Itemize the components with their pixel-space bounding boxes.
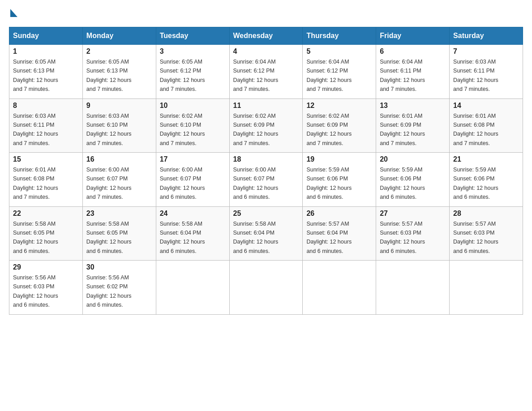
calendar-cell: 27 Sunrise: 5:57 AMSunset: 6:03 PMDaylig…: [376, 206, 450, 261]
day-info: Sunrise: 6:04 AMSunset: 6:12 PMDaylight:…: [233, 59, 279, 92]
weekday-header-monday: Monday: [82, 27, 156, 45]
day-number: 3: [160, 47, 226, 56]
logo: [9, 9, 17, 18]
day-info: Sunrise: 6:03 AMSunset: 6:10 PMDaylight:…: [86, 113, 132, 146]
day-number: 30: [86, 263, 152, 271]
day-number: 28: [453, 210, 519, 218]
calendar-week-row: 29 Sunrise: 5:56 AMSunset: 6:03 PMDaylig…: [9, 261, 523, 315]
day-info: Sunrise: 5:58 AMSunset: 6:05 PMDaylight:…: [86, 221, 132, 254]
calendar-cell: 18 Sunrise: 6:00 AMSunset: 6:07 PMDaylig…: [229, 153, 303, 207]
day-info: Sunrise: 6:03 AMSunset: 6:11 PMDaylight:…: [13, 113, 58, 146]
calendar-cell: [303, 261, 376, 315]
day-info: Sunrise: 6:03 AMSunset: 6:11 PMDaylight:…: [453, 59, 498, 92]
weekday-header-wednesday: Wednesday: [229, 27, 303, 45]
calendar-cell: 8 Sunrise: 6:03 AMSunset: 6:11 PMDayligh…: [9, 98, 83, 153]
logo-triangle-icon: [10, 9, 17, 17]
calendar-cell: 5 Sunrise: 6:04 AMSunset: 6:12 PMDayligh…: [303, 45, 376, 99]
calendar-week-row: 15 Sunrise: 6:01 AMSunset: 6:08 PMDaylig…: [9, 153, 523, 207]
day-number: 15: [13, 155, 79, 163]
day-info: Sunrise: 6:00 AMSunset: 6:07 PMDaylight:…: [86, 167, 132, 200]
day-info: Sunrise: 6:00 AMSunset: 6:07 PMDaylight:…: [233, 167, 279, 200]
day-number: 27: [380, 210, 446, 218]
calendar-cell: 2 Sunrise: 6:05 AMSunset: 6:13 PMDayligh…: [82, 45, 156, 99]
day-info: Sunrise: 5:56 AMSunset: 6:03 PMDaylight:…: [13, 274, 58, 308]
weekday-header-saturday: Saturday: [450, 27, 523, 45]
day-info: Sunrise: 6:00 AMSunset: 6:07 PMDaylight:…: [160, 167, 205, 200]
calendar-cell: 9 Sunrise: 6:03 AMSunset: 6:10 PMDayligh…: [82, 98, 156, 153]
calendar-week-row: 22 Sunrise: 5:58 AMSunset: 6:05 PMDaylig…: [9, 206, 523, 261]
calendar-cell: 29 Sunrise: 5:56 AMSunset: 6:03 PMDaylig…: [9, 261, 83, 315]
day-number: 8: [13, 102, 79, 110]
calendar-cell: 10 Sunrise: 6:02 AMSunset: 6:10 PMDaylig…: [156, 98, 229, 153]
day-info: Sunrise: 6:01 AMSunset: 6:09 PMDaylight:…: [380, 113, 425, 146]
day-info: Sunrise: 5:59 AMSunset: 6:06 PMDaylight:…: [453, 167, 498, 200]
calendar-cell: [229, 261, 303, 315]
weekday-header-friday: Friday: [376, 27, 450, 45]
calendar-cell: 17 Sunrise: 6:00 AMSunset: 6:07 PMDaylig…: [156, 153, 229, 207]
day-number: 21: [453, 155, 519, 163]
day-number: 14: [453, 102, 519, 110]
day-number: 24: [160, 210, 226, 218]
calendar-cell: 11 Sunrise: 6:02 AMSunset: 6:09 PMDaylig…: [229, 98, 303, 153]
day-info: Sunrise: 5:58 AMSunset: 6:04 PMDaylight:…: [233, 221, 279, 254]
day-number: 22: [13, 210, 79, 218]
calendar-cell: [156, 261, 229, 315]
day-info: Sunrise: 6:05 AMSunset: 6:13 PMDaylight:…: [13, 59, 58, 92]
calendar-cell: 1 Sunrise: 6:05 AMSunset: 6:13 PMDayligh…: [9, 45, 83, 99]
calendar-week-row: 8 Sunrise: 6:03 AMSunset: 6:11 PMDayligh…: [9, 98, 523, 153]
day-info: Sunrise: 5:57 AMSunset: 6:04 PMDaylight:…: [306, 221, 352, 254]
calendar-week-row: 1 Sunrise: 6:05 AMSunset: 6:13 PMDayligh…: [9, 45, 523, 99]
day-info: Sunrise: 5:59 AMSunset: 6:06 PMDaylight:…: [380, 167, 425, 200]
day-number: 13: [380, 102, 446, 110]
calendar-cell: [376, 261, 450, 315]
day-number: 19: [306, 155, 372, 163]
day-number: 9: [86, 102, 152, 110]
day-info: Sunrise: 6:02 AMSunset: 6:10 PMDaylight:…: [160, 113, 205, 146]
calendar-cell: 21 Sunrise: 5:59 AMSunset: 6:06 PMDaylig…: [450, 153, 523, 207]
calendar-cell: 7 Sunrise: 6:03 AMSunset: 6:11 PMDayligh…: [450, 45, 523, 99]
calendar-cell: 26 Sunrise: 5:57 AMSunset: 6:04 PMDaylig…: [303, 206, 376, 261]
calendar-cell: 16 Sunrise: 6:00 AMSunset: 6:07 PMDaylig…: [82, 153, 156, 207]
calendar-cell: 14 Sunrise: 6:01 AMSunset: 6:08 PMDaylig…: [450, 98, 523, 153]
calendar-cell: 20 Sunrise: 5:59 AMSunset: 6:06 PMDaylig…: [376, 153, 450, 207]
calendar-cell: 25 Sunrise: 5:58 AMSunset: 6:04 PMDaylig…: [229, 206, 303, 261]
weekday-header-tuesday: Tuesday: [156, 27, 229, 45]
day-info: Sunrise: 6:01 AMSunset: 6:08 PMDaylight:…: [13, 167, 58, 200]
day-info: Sunrise: 5:57 AMSunset: 6:03 PMDaylight:…: [453, 221, 498, 254]
day-info: Sunrise: 5:56 AMSunset: 6:02 PMDaylight:…: [86, 274, 132, 308]
day-number: 18: [233, 155, 299, 163]
day-number: 11: [233, 102, 299, 110]
calendar-cell: 30 Sunrise: 5:56 AMSunset: 6:02 PMDaylig…: [82, 261, 156, 315]
day-number: 17: [160, 155, 226, 163]
calendar-table: SundayMondayTuesdayWednesdayThursdayFrid…: [9, 27, 523, 315]
calendar-cell: 15 Sunrise: 6:01 AMSunset: 6:08 PMDaylig…: [9, 153, 83, 207]
day-number: 23: [86, 210, 152, 218]
calendar-header-row: SundayMondayTuesdayWednesdayThursdayFrid…: [9, 27, 523, 45]
day-number: 1: [13, 47, 79, 56]
day-number: 16: [86, 155, 152, 163]
day-info: Sunrise: 6:05 AMSunset: 6:12 PMDaylight:…: [160, 59, 205, 92]
calendar-cell: 13 Sunrise: 6:01 AMSunset: 6:09 PMDaylig…: [376, 98, 450, 153]
weekday-header-sunday: Sunday: [9, 27, 83, 45]
calendar-cell: 6 Sunrise: 6:04 AMSunset: 6:11 PMDayligh…: [376, 45, 450, 99]
calendar-cell: [450, 261, 523, 315]
day-number: 20: [380, 155, 446, 163]
calendar-cell: 19 Sunrise: 5:59 AMSunset: 6:06 PMDaylig…: [303, 153, 376, 207]
day-info: Sunrise: 5:58 AMSunset: 6:05 PMDaylight:…: [13, 221, 58, 254]
day-number: 6: [380, 47, 446, 56]
day-info: Sunrise: 6:02 AMSunset: 6:09 PMDaylight:…: [306, 113, 352, 146]
day-number: 29: [13, 263, 79, 271]
day-info: Sunrise: 6:04 AMSunset: 6:11 PMDaylight:…: [380, 59, 425, 92]
calendar-cell: 28 Sunrise: 5:57 AMSunset: 6:03 PMDaylig…: [450, 206, 523, 261]
day-info: Sunrise: 5:59 AMSunset: 6:06 PMDaylight:…: [306, 167, 352, 200]
calendar-cell: 3 Sunrise: 6:05 AMSunset: 6:12 PMDayligh…: [156, 45, 229, 99]
calendar-cell: 12 Sunrise: 6:02 AMSunset: 6:09 PMDaylig…: [303, 98, 376, 153]
calendar-cell: 24 Sunrise: 5:58 AMSunset: 6:04 PMDaylig…: [156, 206, 229, 261]
day-info: Sunrise: 6:01 AMSunset: 6:08 PMDaylight:…: [453, 113, 498, 146]
day-number: 10: [160, 102, 226, 110]
day-info: Sunrise: 6:04 AMSunset: 6:12 PMDaylight:…: [306, 59, 352, 92]
day-info: Sunrise: 6:02 AMSunset: 6:09 PMDaylight:…: [233, 113, 279, 146]
day-info: Sunrise: 5:57 AMSunset: 6:03 PMDaylight:…: [380, 221, 425, 254]
day-number: 5: [306, 47, 372, 56]
day-number: 4: [233, 47, 299, 56]
